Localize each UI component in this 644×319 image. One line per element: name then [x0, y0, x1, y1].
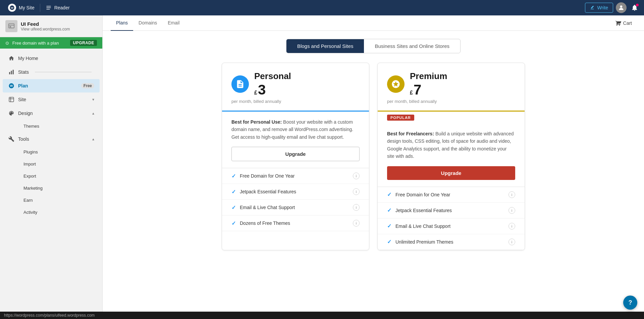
my-site-button[interactable]: W My Site: [4, 2, 39, 14]
promo-label: Free domain with a plan: [12, 41, 59, 46]
info-icon[interactable]: i: [353, 204, 360, 211]
site-icon: [5, 20, 17, 32]
sidebar-item-activity[interactable]: Activity: [18, 206, 100, 218]
personal-price-amount: 3: [258, 83, 266, 97]
personal-upgrade-button[interactable]: Upgrade: [231, 147, 360, 161]
activity-label: Activity: [23, 210, 37, 215]
tab-plans[interactable]: Plans: [111, 15, 133, 31]
tab-email[interactable]: Email: [162, 15, 185, 31]
personal-plan-description: Best for Personal Use: Boost your websit…: [231, 118, 360, 141]
personal-plan-price: £ 3: [254, 83, 291, 97]
notifications-button[interactable]: [629, 2, 640, 13]
premium-plan-description: Best for Freelancers: Build a unique web…: [387, 130, 515, 160]
site-name: UI Feed: [21, 21, 70, 27]
svg-rect-7: [9, 24, 14, 28]
business-toggle-button[interactable]: Business Sites and Online Stores: [364, 39, 460, 53]
info-icon[interactable]: i: [508, 223, 515, 230]
feature-item: ✓ Email & Live Chat Support i: [222, 200, 369, 215]
info-icon[interactable]: i: [353, 220, 360, 227]
sidebar-item-label: Plan: [18, 83, 28, 88]
sidebar-item-themes[interactable]: Themes: [18, 120, 100, 132]
wordpress-logo-icon: W: [8, 4, 16, 12]
plugins-label: Plugins: [23, 149, 38, 154]
premium-currency: £: [410, 90, 413, 96]
sidebar-item-tools[interactable]: Tools ▴: [3, 132, 100, 146]
sidebar-item-design[interactable]: Design ▴: [3, 107, 100, 120]
tab-domains[interactable]: Domains: [133, 15, 162, 31]
blogs-toggle-button[interactable]: Blogs and Personal Sites: [286, 39, 364, 53]
info-icon[interactable]: i: [508, 207, 515, 214]
avatar[interactable]: [616, 2, 627, 13]
help-button[interactable]: ?: [623, 296, 637, 310]
premium-plan-name: Premium: [410, 71, 447, 81]
earn-label: Earn: [23, 198, 33, 203]
personal-currency: £: [254, 90, 257, 96]
svg-text:W: W: [11, 6, 13, 9]
personal-name-row: Personal £ 3: [254, 71, 291, 97]
premium-plan-icon: [387, 75, 405, 93]
sidebar-item-import[interactable]: Import: [18, 158, 100, 170]
sidebar-item-stats[interactable]: Stats: [3, 65, 100, 79]
chevron-down-icon: ▾: [92, 97, 94, 102]
sidebar-item-earn[interactable]: Earn: [18, 194, 100, 206]
premium-title-row: Premium £ 7: [387, 71, 515, 97]
feature-left: ✓ Free Domain for One Year: [231, 173, 294, 179]
write-button[interactable]: Write: [585, 3, 613, 13]
sidebar-item-plan[interactable]: W Plan Free: [3, 79, 100, 92]
feature-left: ✓ Email & Live Chat Support: [387, 223, 450, 229]
feature-item: ✓ Email & Live Chat Support i: [378, 218, 525, 234]
reader-button[interactable]: Reader: [42, 3, 74, 13]
premium-plan-body: Best for Freelancers: Build a unique web…: [378, 123, 525, 187]
sidebar-item-export[interactable]: Export: [18, 170, 100, 182]
design-icon: [8, 110, 15, 117]
check-icon: ✓: [231, 173, 236, 179]
stats-icon: [8, 69, 15, 75]
feature-left: ✓ Jetpack Essential Features: [231, 189, 296, 195]
sidebar-item-label: Tools: [18, 136, 29, 142]
check-icon: ✓: [387, 191, 391, 198]
chevron-up-icon: ▴: [92, 111, 94, 116]
tools-icon: [8, 136, 15, 142]
check-icon: ✓: [231, 220, 236, 227]
info-icon[interactable]: i: [353, 188, 360, 195]
personal-plan-card: Personal £ 3 per month, billed annually: [222, 63, 369, 250]
site-text: UI Feed View uifeed.wordpress.com: [21, 21, 70, 31]
info-icon[interactable]: i: [508, 191, 515, 198]
check-icon: ✓: [387, 207, 391, 213]
svg-rect-11: [11, 71, 12, 74]
promo-banner[interactable]: ⊙ Free domain with a plan UPGRADE: [0, 37, 102, 49]
marketing-label: Marketing: [23, 186, 43, 191]
cart-label: Cart: [623, 20, 632, 26]
reader-icon: [46, 5, 52, 11]
sidebar-item-marketing[interactable]: Marketing: [18, 182, 100, 194]
feature-item: ✓ Dozens of Free Themes i: [222, 215, 369, 231]
home-icon: [8, 55, 15, 62]
personal-plan-name: Personal: [254, 71, 291, 81]
sidebar-item-site[interactable]: Site ▾: [3, 93, 100, 106]
themes-label: Themes: [23, 124, 39, 129]
status-url: https://wordpress.com/plans/uifeed.wordp…: [4, 313, 95, 318]
write-label: Write: [597, 5, 608, 10]
personal-plan-header: Personal £ 3 per month, billed annually: [222, 63, 369, 112]
reader-label: Reader: [54, 5, 70, 10]
feature-item: ✓ Unlimited Premium Themes i: [378, 234, 525, 250]
stats-bar: [35, 72, 92, 72]
site-nav-icon: [8, 96, 15, 103]
info-icon[interactable]: i: [353, 173, 360, 179]
sidebar-item-label: Stats: [18, 69, 29, 75]
sidebar-item-plugins[interactable]: Plugins: [18, 146, 100, 158]
sidebar-item-my-home[interactable]: My Home: [3, 52, 100, 65]
premium-price-period: per month, billed annually: [387, 99, 515, 104]
info-icon[interactable]: i: [508, 239, 515, 245]
cart-button[interactable]: Cart: [611, 17, 636, 29]
feature-label: Email & Live Chat Support: [240, 205, 295, 210]
sidebar: UI Feed View uifeed.wordpress.com ⊙ Free…: [0, 15, 103, 312]
site-info[interactable]: UI Feed View uifeed.wordpress.com: [0, 15, 102, 37]
feature-label: Free Domain for One Year: [240, 173, 294, 179]
check-icon: ✓: [387, 239, 391, 245]
popular-badge-wrapper: POPULAR: [378, 112, 525, 123]
chevron-up-icon: ▴: [92, 137, 94, 141]
premium-upgrade-button[interactable]: Upgrade: [387, 166, 515, 180]
plan-cards: Personal £ 3 per month, billed annually: [116, 63, 631, 250]
main-layout: UI Feed View uifeed.wordpress.com ⊙ Free…: [0, 15, 644, 312]
